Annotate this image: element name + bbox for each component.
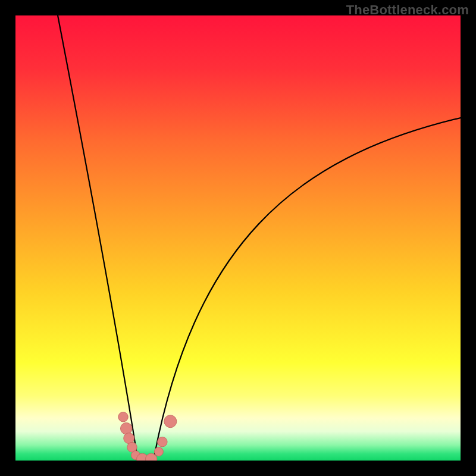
data-markers xyxy=(118,412,177,461)
chart-frame: TheBottleneck.com xyxy=(0,0,476,476)
data-marker xyxy=(121,422,132,434)
data-marker xyxy=(158,437,167,446)
data-marker xyxy=(118,412,128,421)
data-marker xyxy=(164,415,177,428)
plot-area xyxy=(15,15,461,461)
bottleneck-curve xyxy=(58,15,461,461)
data-marker xyxy=(154,447,163,456)
data-marker xyxy=(124,433,134,444)
curve-layer xyxy=(15,15,461,461)
